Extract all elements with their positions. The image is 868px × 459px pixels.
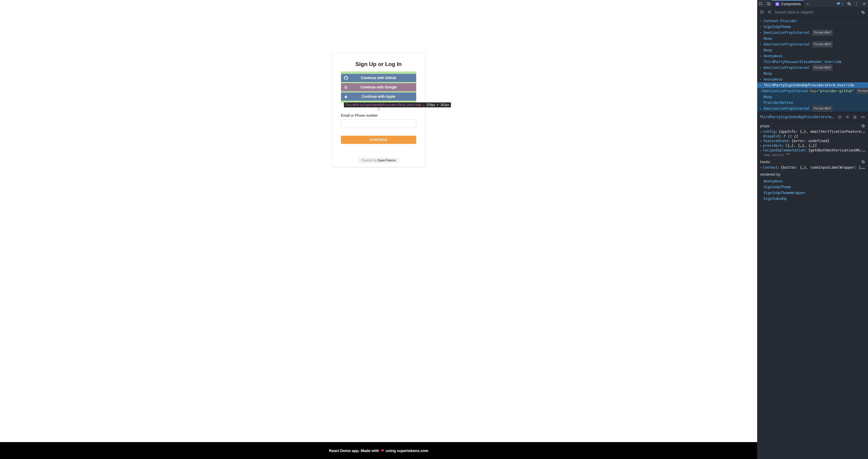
svg-rect-1: [767, 2, 769, 5]
component-search-input[interactable]: [775, 10, 858, 14]
props-label: props: [760, 124, 770, 128]
powered-prefix: Powered by: [361, 159, 378, 162]
continue-with-google-button[interactable]: Continue with Google: [341, 83, 416, 91]
components-tab-label: Components: [781, 2, 801, 6]
tree-node[interactable]: ▾EmotionCssPropInternalForwardRef: [757, 65, 868, 71]
apple-button-label: Continue with Apple: [341, 95, 416, 99]
kebab-menu-icon[interactable]: ⋮: [853, 0, 860, 7]
tree-node[interactable]: ▾EmotionCssPropInternalForwardRef: [757, 105, 868, 112]
svg-rect-14: [863, 161, 865, 163]
svg-rect-15: [862, 160, 864, 162]
continue-with-github-button[interactable]: Continue with Github: [341, 74, 416, 82]
svg-rect-13: [862, 125, 864, 127]
prop-row[interactable]: ▸featureState: {error: undefined}: [757, 139, 868, 143]
tree-node[interactable]: Noop: [757, 71, 868, 76]
email-phone-input[interactable]: [341, 119, 416, 128]
issues-badge[interactable]: 1: [835, 0, 845, 7]
page-viewport: Sign Up or Log In Continue with Github C…: [0, 0, 757, 459]
svg-rect-12: [863, 125, 865, 127]
footer-text-left: React Demo app. Made with: [329, 449, 379, 453]
auth-title: Sign Up or Log In: [341, 61, 416, 67]
github-icon: [344, 76, 348, 80]
page-footer: React Demo app. Made with ❤ using supert…: [0, 442, 757, 459]
tree-node[interactable]: Noop: [757, 94, 868, 100]
tooltip-dimensions: 319px × 162px: [426, 103, 449, 106]
view-source-icon[interactable]: <>: [860, 115, 866, 119]
new-entry-row[interactable]: new entry: "": [757, 153, 868, 157]
tree-node[interactable]: ThirdPartyPasswordlessHeader_Override: [757, 59, 868, 65]
copy-hooks-icon[interactable]: [861, 160, 865, 164]
rendered-by-item[interactable]: SignInUpTheme: [764, 184, 865, 190]
devtools-search-row: [757, 8, 868, 17]
copy-props-icon[interactable]: [861, 124, 865, 128]
hook-row[interactable]: ▸Context: {button: {…}, codeInputLabelWr…: [757, 165, 868, 170]
svg-point-8: [768, 11, 770, 13]
rendered-by-header: rendered by: [757, 170, 868, 178]
google-button-label: Continue with Google: [341, 85, 416, 89]
tree-node[interactable]: ProviderButton: [757, 100, 868, 105]
tree-node[interactable]: ▾Context.Provider: [757, 18, 868, 24]
suspend-icon[interactable]: [838, 115, 843, 119]
issues-count: 1: [842, 2, 843, 5]
rendered-by-item[interactable]: SignInUpThemeWrapper: [764, 190, 865, 196]
continue-button[interactable]: CONTINUE: [341, 136, 416, 144]
close-devtools-icon[interactable]: ✕: [860, 0, 868, 7]
svg-rect-0: [760, 2, 762, 4]
selected-component-name: ThirdPartySignInAndUpProvidersForm_O…: [760, 115, 835, 119]
svg-rect-7: [761, 10, 763, 13]
tree-node[interactable]: Noop: [757, 36, 868, 41]
search-icon: [767, 10, 772, 14]
devtools-tab-bar: Components » 1 ⋮ ✕: [757, 0, 868, 8]
element-picker-icon[interactable]: [757, 0, 765, 7]
hooks-label: hooks: [760, 160, 770, 164]
settings-gear-icon[interactable]: [845, 0, 853, 7]
inspect-dom-icon[interactable]: [845, 115, 850, 119]
prop-row[interactable]: ▸config: {appInfo: {…}, emailVerificatio…: [757, 129, 868, 134]
apple-icon: [344, 95, 348, 99]
component-tree[interactable]: ▾Context.Provider▾SignInUpTheme▾EmotionC…: [757, 17, 868, 113]
tree-node[interactable]: ▾EmotionCssPropInternalForwardRef: [757, 41, 868, 47]
github-button-label: Continue with Github: [341, 76, 416, 80]
providers-highlighted-region: Continue with Github Continue with Googl…: [341, 71, 416, 103]
search-settings-gear-icon[interactable]: [860, 10, 866, 14]
svg-point-10: [847, 117, 848, 118]
svg-point-3: [777, 4, 778, 4]
react-devtools-panel: Components » 1 ⋮ ✕ ▾Context.Provider▾Sig…: [757, 0, 868, 459]
powered-by: Powered by SuperTokens: [341, 158, 416, 163]
rendered-by-item[interactable]: SignInAndUp: [764, 196, 865, 202]
continue-with-apple-button[interactable]: Continue with Apple: [341, 92, 416, 101]
tree-node[interactable]: ▾SignInUpTheme: [757, 24, 868, 30]
device-toggle-icon[interactable]: [765, 0, 772, 7]
debug-icon[interactable]: [853, 115, 858, 119]
powered-brand: SuperTokens: [377, 159, 396, 162]
google-icon: [344, 85, 348, 89]
selected-component-bar: ThirdPartySignInAndUpProvidersForm_O… <>: [757, 113, 868, 121]
prop-row[interactable]: dispatch: f () {}: [757, 134, 868, 139]
prop-row[interactable]: ▸providers: [{…}, {…}, {…}]: [757, 143, 868, 148]
inspect-element-icon[interactable]: [760, 10, 765, 14]
footer-text-right: using supertokens.com: [386, 449, 429, 453]
element-inspect-tooltip: ThirdPartySignInAndUpProvidersForm_Overr…: [344, 102, 451, 108]
heart-icon: ❤: [381, 449, 384, 453]
props-section-header: props: [757, 121, 868, 129]
rendered-by-label: rendered by: [760, 172, 780, 177]
more-tabs-icon[interactable]: »: [804, 0, 811, 7]
tree-node[interactable]: ▾EmotionCssPropInternalForwardRef: [757, 30, 868, 36]
tree-node[interactable]: ▾Anonymous: [757, 53, 868, 59]
tree-node[interactable]: ▾Anonymous: [757, 76, 868, 82]
hooks-section-header: hooks: [757, 157, 868, 165]
react-logo-icon: [775, 2, 779, 6]
svg-rect-2: [769, 3, 770, 5]
rendered-by-item[interactable]: Anonymous: [764, 178, 865, 184]
or-divider: or: [341, 107, 416, 111]
tab-components[interactable]: Components: [772, 0, 804, 7]
auth-card: Sign Up or Log In Continue with Github C…: [332, 53, 425, 167]
tree-node[interactable]: ▾EmotionCssPropInternal key="provider-gi…: [757, 88, 868, 94]
prop-row[interactable]: ▸recipeImplementation: {getOAuthAuthoris…: [757, 148, 868, 153]
tree-node[interactable]: Noop: [757, 47, 868, 53]
email-phone-label: Email or Phone number: [341, 114, 416, 118]
component-detail-panel: props ▸config: {appInfo: {…}, emailVerif…: [757, 121, 868, 459]
svg-point-11: [854, 116, 856, 119]
tooltip-component-name: ThirdPartySignInAndUpProvidersForm_Overr…: [346, 103, 421, 106]
tree-node[interactable]: ▾ThirdPartySignInAndUpProvidersForm_Over…: [757, 82, 868, 88]
